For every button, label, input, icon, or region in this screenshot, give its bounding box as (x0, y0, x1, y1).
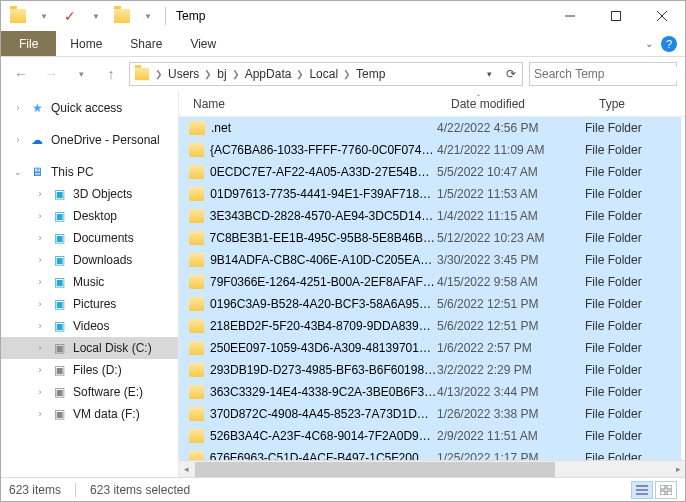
col-type[interactable]: Type (585, 97, 685, 111)
folder-icon (189, 363, 204, 377)
close-button[interactable] (639, 1, 685, 31)
nav-item-desktop[interactable]: ›▣Desktop (1, 205, 178, 227)
address-row: ← → ▾ ↑ ❯ Users❯ bj❯ AppData❯ Local❯ Tem… (1, 57, 685, 91)
nav-item-local-disk-c-[interactable]: ›▣Local Disk (C:) (1, 337, 178, 359)
nav-item-vm-data-f-[interactable]: ›▣VM data (F:) (1, 403, 178, 425)
quick-access-toolbar: ▼ ✓ ▼ ▼ (1, 5, 168, 27)
folder-icon (189, 121, 205, 135)
address-bar[interactable]: ❯ Users❯ bj❯ AppData❯ Local❯ Temp ▾ ⟳ (129, 62, 523, 86)
qat-dropdown-2[interactable]: ▼ (85, 5, 107, 27)
nav-item-videos[interactable]: ›▣Videos (1, 315, 178, 337)
search-input[interactable] (534, 67, 684, 81)
svg-rect-9 (660, 491, 665, 495)
table-row[interactable]: 363C3329-14E4-4338-9C2A-3BE0B6F314A34/13… (179, 381, 681, 403)
nav-item-software-e-[interactable]: ›▣Software (E:) (1, 381, 178, 403)
status-bar: 623 items 623 items selected (1, 477, 685, 501)
svg-rect-7 (660, 485, 665, 489)
folder-icon (189, 429, 204, 443)
table-row[interactable]: 01D97613-7735-4441-94E1-F39AF718AF331/5/… (179, 183, 681, 205)
folder-icon (189, 341, 204, 355)
help-icon[interactable]: ? (661, 36, 677, 52)
app-folder-icon (7, 5, 29, 27)
col-date[interactable]: Date modified (437, 97, 585, 111)
table-row[interactable]: 9B14ADFA-CB8C-406E-A10D-C205EA717...3/30… (179, 249, 681, 271)
table-row[interactable]: 3E343BCD-2828-4570-AE94-3DC5D14859791/4/… (179, 205, 681, 227)
back-button[interactable]: ← (9, 62, 33, 86)
refresh-icon[interactable]: ⟳ (500, 63, 522, 85)
table-row[interactable]: 526B3A4C-A23F-4C68-9014-7F2A0D9338212/9/… (179, 425, 681, 447)
folder-icon (189, 209, 204, 223)
recent-dropdown[interactable]: ▾ (69, 62, 93, 86)
col-name[interactable]: Name (179, 97, 437, 111)
table-row[interactable]: 79F0366E-1264-4251-B00A-2EF8AFAFC7E04/15… (179, 271, 681, 293)
table-row[interactable]: 7C8BE3B1-EE1B-495C-95B8-5E8B46B8BE155/12… (179, 227, 681, 249)
sort-indicator-icon: ˆ (477, 93, 480, 103)
column-headers[interactable]: Name ˆ Date modified Type (179, 91, 685, 117)
table-row[interactable]: 0196C3A9-B528-4A20-BCF3-58A6A956D4...5/6… (179, 293, 681, 315)
nav-onedrive[interactable]: ›☁OneDrive - Personal (1, 129, 178, 151)
address-dropdown-icon[interactable]: ▾ (478, 63, 500, 85)
nav-item-downloads[interactable]: ›▣Downloads (1, 249, 178, 271)
folder-icon (189, 451, 204, 460)
nav-this-pc[interactable]: ⌄🖥This PC (1, 161, 178, 183)
nav-item-files-d-[interactable]: ›▣Files (D:) (1, 359, 178, 381)
tab-share[interactable]: Share (116, 31, 176, 56)
file-tab[interactable]: File (1, 31, 56, 56)
chevron-right-icon[interactable]: ❯ (155, 69, 163, 79)
folder-icon (189, 187, 204, 201)
maximize-button[interactable] (593, 1, 639, 31)
table-row[interactable]: 0ECDC7E7-AF22-4A05-A33D-27E54BDD6...5/5/… (179, 161, 681, 183)
table-row[interactable]: 370D872C-4908-4A45-8523-7A73D1DDCB...1/2… (179, 403, 681, 425)
details-view-button[interactable] (631, 481, 653, 499)
crumb-bj[interactable]: bj❯ (217, 67, 242, 81)
up-button[interactable]: ↑ (99, 62, 123, 86)
folder-icon (189, 143, 204, 157)
horizontal-scrollbar[interactable]: ◂ ▸ (179, 460, 685, 477)
svg-rect-10 (667, 491, 672, 495)
ribbon-collapse-icon[interactable]: ⌄ (645, 38, 653, 49)
crumb-local[interactable]: Local❯ (309, 67, 354, 81)
tab-home[interactable]: Home (56, 31, 116, 56)
file-pane: Name ˆ Date modified Type .net4/22/2022 … (179, 91, 685, 477)
address-folder-icon (135, 68, 149, 81)
folder-icon (189, 385, 204, 399)
table-row[interactable]: 218EBD2F-5F20-43B4-8709-9DDA839385E05/6/… (179, 315, 681, 337)
window-title: Temp (176, 9, 205, 23)
minimize-button[interactable] (547, 1, 593, 31)
folder-icon (189, 297, 204, 311)
qat-folder-icon[interactable] (111, 5, 133, 27)
file-list[interactable]: .net4/22/2022 4:56 PMFile Folder{AC76BA8… (179, 117, 685, 460)
nav-item-3d-objects[interactable]: ›▣3D Objects (1, 183, 178, 205)
ribbon: File Home Share View ⌄ ? (1, 31, 685, 57)
svg-rect-8 (667, 485, 672, 489)
nav-item-music[interactable]: ›▣Music (1, 271, 178, 293)
table-row[interactable]: .net4/22/2022 4:56 PMFile Folder (179, 117, 681, 139)
table-row[interactable]: 293DB19D-D273-4985-BF63-B6F601985B523/2/… (179, 359, 681, 381)
crumb-users[interactable]: Users❯ (168, 67, 215, 81)
tab-view[interactable]: View (176, 31, 230, 56)
folder-icon (189, 275, 204, 289)
status-count: 623 items (9, 483, 61, 497)
qat-dropdown-3[interactable]: ▼ (137, 5, 159, 27)
nav-item-documents[interactable]: ›▣Documents (1, 227, 178, 249)
forward-button[interactable]: → (39, 62, 63, 86)
nav-item-pictures[interactable]: ›▣Pictures (1, 293, 178, 315)
thumbnails-view-button[interactable] (655, 481, 677, 499)
status-selected: 623 items selected (90, 483, 190, 497)
search-box[interactable]: ⌕ (529, 62, 677, 86)
navigation-pane[interactable]: ›★Quick access ›☁OneDrive - Personal ⌄🖥T… (1, 91, 179, 477)
crumb-temp[interactable]: Temp (356, 67, 385, 81)
table-row[interactable]: {AC76BA86-1033-FFFF-7760-0C0F074E41...4/… (179, 139, 681, 161)
crumb-appdata[interactable]: AppData❯ (245, 67, 308, 81)
qat-dropdown-1[interactable]: ▼ (33, 5, 55, 27)
folder-icon (189, 253, 204, 267)
title-bar: ▼ ✓ ▼ ▼ Temp (1, 1, 685, 31)
folder-icon (189, 319, 204, 333)
properties-icon[interactable]: ✓ (59, 5, 81, 27)
nav-quick-access[interactable]: ›★Quick access (1, 97, 178, 119)
table-row[interactable]: 250EE097-1059-43D6-A309-4813970108 1D1/6… (179, 337, 681, 359)
table-row[interactable]: 676F6963-C51D-4ACF-B497-1C5F200C3FF91/25… (179, 447, 681, 460)
folder-icon (189, 407, 204, 421)
folder-icon (189, 231, 204, 245)
window-controls (547, 1, 685, 31)
